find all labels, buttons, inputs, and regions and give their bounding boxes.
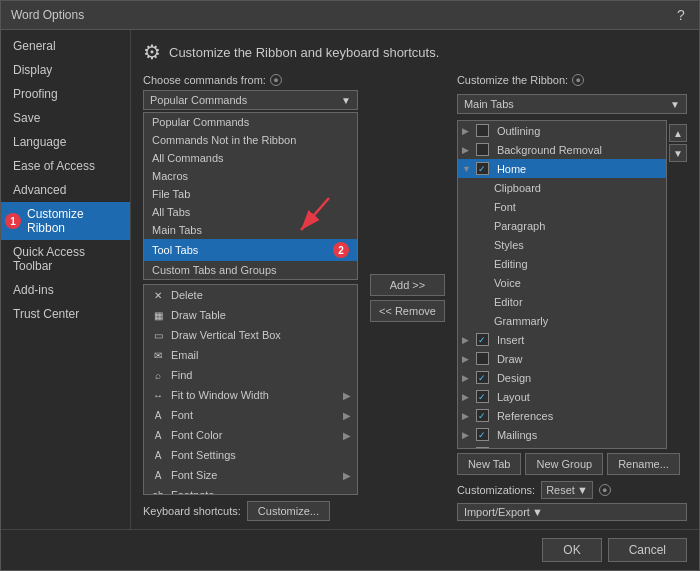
tree-checkbox[interactable]: ✓	[476, 409, 489, 422]
sidebar-item-proofing[interactable]: Proofing	[1, 82, 130, 106]
sidebar-item-trust-center[interactable]: Trust Center	[1, 302, 130, 326]
keyboard-shortcuts-row: Keyboard shortcuts: Customize...	[143, 501, 358, 521]
tree-item[interactable]: Grammarly	[458, 311, 666, 330]
title-bar: Word Options ?	[1, 1, 699, 30]
sidebar-item-general[interactable]: General	[1, 34, 130, 58]
tree-checkbox[interactable]: ✓	[476, 390, 489, 403]
tree-item[interactable]: Paragraph	[458, 216, 666, 235]
tree-item[interactable]: Editing	[458, 254, 666, 273]
command-item[interactable]: ▦Draw Table	[144, 305, 357, 325]
dropdown-menu-item-7[interactable]: Tool Tabs2	[144, 239, 357, 261]
ribbon-dropdown[interactable]: Main Tabs ▼	[457, 94, 687, 114]
tree-item[interactable]: ▶Background Removal	[458, 140, 666, 159]
tree-item[interactable]: Voice	[458, 273, 666, 292]
command-item[interactable]: AFont▶	[144, 405, 357, 425]
tree-item[interactable]: Clipboard	[458, 178, 666, 197]
sidebar-item-display[interactable]: Display	[1, 58, 130, 82]
dropdown-menu-item-4[interactable]: File Tab	[144, 185, 357, 203]
tree-checkbox[interactable]	[476, 124, 489, 137]
tree-item[interactable]: ▼✓Home	[458, 159, 666, 178]
tree-item[interactable]: ▶Draw	[458, 349, 666, 368]
dropdown-menu-item-6[interactable]: Main Tabs	[144, 221, 357, 239]
tree-item[interactable]: ▶✓Layout	[458, 387, 666, 406]
add-button[interactable]: Add >>	[370, 274, 445, 296]
tree-checkbox[interactable]: ✓	[476, 162, 489, 175]
import-export-button[interactable]: Import/Export ▼	[457, 503, 687, 521]
dropdown-menu-item-1[interactable]: Commands Not in the Ribbon	[144, 131, 357, 149]
tree-scroll-up-button[interactable]: ▲	[669, 124, 687, 142]
tree-item[interactable]: Styles	[458, 235, 666, 254]
sidebar-item-ease-of-access[interactable]: Ease of Access	[1, 154, 130, 178]
tree-item[interactable]: ▶✓Insert	[458, 330, 666, 349]
command-item[interactable]: abFootnote	[144, 485, 357, 495]
command-item[interactable]: AFont Settings	[144, 445, 357, 465]
command-item[interactable]: AFont Size▶	[144, 465, 357, 485]
main-title-area: ⚙ Customize the Ribbon and keyboard shor…	[143, 40, 687, 64]
tree-item[interactable]: ▶✓References	[458, 406, 666, 425]
reset-dropdown[interactable]: Reset ▼	[541, 481, 593, 499]
tree-item-label: Review	[497, 448, 533, 450]
command-item[interactable]: AFont Color▶	[144, 425, 357, 445]
new-tab-button[interactable]: New Tab	[457, 453, 522, 475]
tree-item[interactable]: Font	[458, 197, 666, 216]
tree-checkbox[interactable]: ✓	[476, 371, 489, 384]
dialog-title: Word Options	[11, 8, 84, 22]
command-item-label: Fit to Window Width	[171, 389, 269, 401]
tree-checkbox[interactable]	[476, 352, 489, 365]
tree-checkbox[interactable]	[476, 143, 489, 156]
tree-scroll-down-button[interactable]: ▼	[669, 144, 687, 162]
middle-buttons: Add >> << Remove	[366, 74, 449, 521]
dropdown-menu-item-0[interactable]: Popular Commands	[144, 113, 357, 131]
sidebar-item-language[interactable]: Language	[1, 130, 130, 154]
sidebar-item-quick-access-toolbar[interactable]: Quick Access Toolbar	[1, 240, 130, 278]
tree-item-label: Layout	[497, 391, 530, 403]
command-item[interactable]: ↔Fit to Window Width▶	[144, 385, 357, 405]
customizations-info-icon[interactable]: ●	[599, 484, 611, 496]
tree-item-label: Outlining	[497, 125, 540, 137]
cancel-button[interactable]: Cancel	[608, 538, 687, 562]
remove-button[interactable]: << Remove	[370, 300, 445, 322]
help-button[interactable]: ?	[673, 7, 689, 23]
tree-expander-icon: ▶	[462, 145, 472, 155]
dropdown-menu-item-2[interactable]: All Commands	[144, 149, 357, 167]
new-group-button[interactable]: New Group	[525, 453, 603, 475]
ribbon-info-icon[interactable]: ●	[572, 74, 584, 86]
ribbon-dropdown-row: Main Tabs ▼	[457, 94, 687, 116]
tree-checkbox[interactable]: ✓	[476, 333, 489, 346]
dialog-body: GeneralDisplayProofingSaveLanguageEase o…	[1, 30, 699, 529]
commands-from-dropdown[interactable]: Popular Commands ▼	[143, 90, 358, 110]
command-item[interactable]: ✉Email	[144, 345, 357, 365]
rename-button[interactable]: Rename...	[607, 453, 680, 475]
sidebar-item-advanced[interactable]: Advanced	[1, 178, 130, 202]
commands-list[interactable]: ✕Delete▦Draw Table▭Draw Vertical Text Bo…	[143, 284, 358, 495]
ribbon-tree[interactable]: ▶Outlining▶Background Removal▼✓HomeClipb…	[457, 120, 667, 449]
ribbon-dropdown-arrow: ▼	[670, 99, 680, 110]
tree-item[interactable]: ▶✓Review	[458, 444, 666, 449]
tree-checkbox[interactable]: ✓	[476, 428, 489, 441]
dropdown-menu-item-3[interactable]: Macros	[144, 167, 357, 185]
command-item[interactable]: ✕Delete	[144, 285, 357, 305]
sidebar-item-customize-ribbon[interactable]: 1Customize Ribbon	[1, 202, 130, 240]
keyboard-shortcuts-label: Keyboard shortcuts:	[143, 505, 241, 517]
dropdown-menu-item-5[interactable]: All Tabs	[144, 203, 357, 221]
tree-checkbox[interactable]: ✓	[476, 447, 489, 449]
tree-item[interactable]: Editor	[458, 292, 666, 311]
command-item-icon: ✕	[150, 287, 166, 303]
sidebar-item-save[interactable]: Save	[1, 106, 130, 130]
left-panel: Choose commands from: ● Popular Commands…	[143, 74, 358, 521]
main-title-text: Customize the Ribbon and keyboard shortc…	[169, 45, 439, 60]
commands-info-icon[interactable]: ●	[270, 74, 282, 86]
dropdown-menu-item-8[interactable]: Custom Tabs and Groups	[144, 261, 357, 279]
tree-item[interactable]: ▶Outlining	[458, 121, 666, 140]
tree-item[interactable]: ▶✓Mailings	[458, 425, 666, 444]
dropdown-arrow-icon: ▼	[341, 95, 351, 106]
command-item[interactable]: ▭Draw Vertical Text Box	[144, 325, 357, 345]
command-item-label: Find	[171, 369, 192, 381]
ok-button[interactable]: OK	[542, 538, 601, 562]
sidebar-item-add-ins[interactable]: Add-ins	[1, 278, 130, 302]
customize-keyboard-button[interactable]: Customize...	[247, 501, 330, 521]
sidebar-item-label: Save	[13, 111, 40, 125]
command-item-label: Font	[171, 409, 193, 421]
command-item[interactable]: ⌕Find	[144, 365, 357, 385]
tree-item[interactable]: ▶✓Design	[458, 368, 666, 387]
